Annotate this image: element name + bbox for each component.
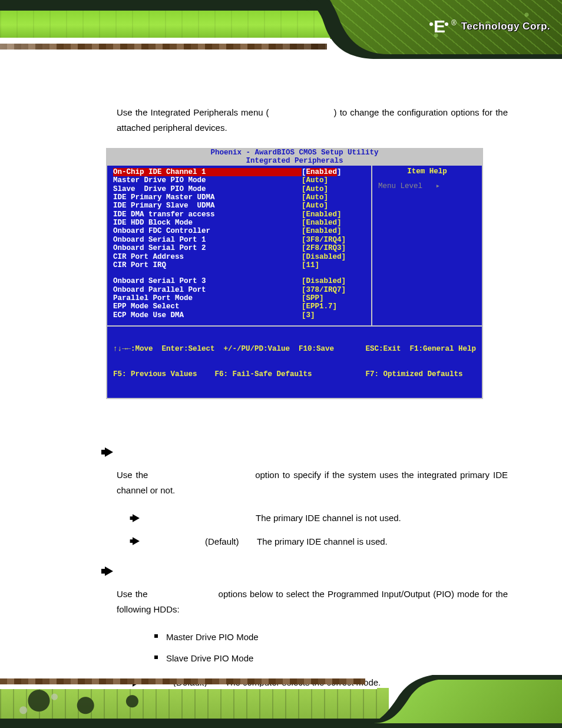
bios-setting-label: IDE HDD Block Mode — [113, 219, 302, 227]
footer-divider — [0, 687, 377, 689]
bios-footer: ↑↓→←:Move Enter:Select +/-/PU/PD:Value F… — [106, 327, 483, 399]
header-green-strip — [0, 11, 353, 39]
bios-setting-row: IDE Primary Master UDMA[Auto] — [113, 193, 366, 202]
bios-setting-row: IDE DMA transfer access[Enabled] — [113, 210, 366, 219]
bios-setting-value: [3] — [302, 311, 366, 319]
bios-setting-row: Onboard Serial Port 2[2F8/IRQ3] — [113, 244, 366, 252]
bios-setting-value: [2F8/IRQ3] — [302, 244, 366, 252]
bios-setting-value: [EPP1.7] — [302, 302, 366, 311]
header-banner: E ® Technology Corp. — [0, 0, 562, 59]
bios-setting-row: Master Drive PIO Mode[Auto] — [113, 176, 366, 185]
pio-mode-list: Master Drive PIO Mode Slave Drive PIO Mo… — [154, 630, 508, 666]
bios-setting-value: [Enabled] — [302, 227, 366, 235]
section-arrow-icon — [105, 447, 508, 457]
option-description: The primary IDE channel is not used. — [256, 510, 508, 526]
footer-curve — [350, 675, 562, 728]
bios-setting-value: [SPP] — [302, 294, 366, 302]
bios-setting-label: IDE DMA transfer access — [113, 210, 302, 219]
bios-setting-label: On-Chip IDE Channel 1 — [113, 168, 302, 176]
header-dark-strip — [0, 0, 353, 11]
bios-setting-value: [Enabled] — [302, 210, 366, 219]
brand-text: Technology Corp. — [461, 21, 550, 32]
bios-setting-label: CIR Port Address — [113, 253, 302, 261]
bios-setting-label: Onboard FDC Controller — [113, 227, 302, 235]
bios-setting-row: EPP Mode Select[EPP1.7] — [113, 302, 366, 311]
bios-setting-value: [Enabled] — [302, 219, 366, 227]
bios-setting-value: [Auto] — [302, 176, 366, 185]
bios-setting-row: Onboard Serial Port 1[3F8/IRQ4] — [113, 236, 366, 244]
option-arrow-icon — [133, 514, 140, 522]
bios-setting-value: [3F8/IRQ4] — [302, 236, 366, 244]
bios-setting-label: Parallel Port Mode — [113, 294, 302, 302]
header-connector-bar — [0, 44, 327, 50]
option-row-enabled: (Default) The primary IDE channel is use… — [132, 534, 508, 549]
bios-setting-row: Slave Drive PIO Mode[Auto] — [113, 185, 366, 193]
menu-level-arrow-icon: ▸ — [436, 182, 441, 190]
bios-setting-row: Parallel Port Mode[SPP] — [113, 294, 366, 302]
footer-banner — [0, 675, 562, 728]
section-on-chip-ide: Use the option to specify if the system … — [117, 447, 508, 549]
bios-setting-row: Onboard Serial Port 3[Disabled] — [113, 277, 366, 285]
bios-setting-label: Onboard Serial Port 1 — [113, 236, 302, 244]
bios-setting-label: Onboard Serial Port 2 — [113, 244, 302, 252]
section-body: Use the option to specify if the system … — [117, 467, 508, 498]
bios-setting-value: [Auto] — [302, 202, 366, 210]
option-description: The primary IDE channel is used. — [257, 534, 508, 549]
section-body: Use the options below to select the Prog… — [117, 587, 508, 617]
bios-setting-row: IDE HDD Block Mode[Enabled] — [113, 219, 366, 227]
bios-setting-row: CIR Port IRQ[11] — [113, 261, 366, 269]
bios-help-body: Menu Level ▸ — [372, 177, 482, 195]
page-content: Use the Integrated Peripherals menu () t… — [0, 59, 562, 690]
list-item: Master Drive PIO Mode — [154, 630, 508, 645]
bios-help-pane: Item Help Menu Level ▸ — [371, 166, 482, 325]
header-divider — [0, 38, 330, 40]
bios-settings-pane: On-Chip IDE Channel 1[Enabled]Master Dri… — [107, 166, 371, 325]
bios-setting-row: Onboard FDC Controller[Enabled] — [113, 227, 366, 235]
bios-setting-label: Onboard Parallel Port — [113, 286, 302, 294]
footer-green-strip — [0, 688, 389, 720]
bios-setting-label: IDE Primary Slave UDMA — [113, 202, 302, 210]
bios-setting-value: [Disabled] — [302, 277, 366, 285]
footer-connector-bar — [0, 678, 365, 684]
section-drive-pio-mode: Use the options below to select the Prog… — [117, 566, 508, 690]
intro-paragraph: Use the Integrated Peripherals menu () t… — [117, 105, 508, 135]
bios-setting-label: ECP Mode Use DMA — [113, 311, 302, 319]
registered-icon: ® — [451, 19, 457, 27]
section-arrow-icon — [105, 566, 508, 576]
brand-logo: E ® Technology Corp. — [429, 17, 550, 37]
bios-setting-row: ECP Mode Use DMA[3] — [113, 311, 366, 319]
bios-setting-value: [Disabled] — [302, 253, 366, 261]
brand-mark: E — [429, 17, 449, 37]
bios-setting-value: [378/IRQ7] — [302, 286, 366, 294]
bios-setting-row: CIR Port Address[Disabled] — [113, 253, 366, 261]
bios-setting-label: EPP Mode Select — [113, 302, 302, 311]
bios-setting-value: [Auto] — [302, 185, 366, 193]
bios-screenshot: Phoenix - AwardBIOS CMOS Setup Utility I… — [106, 148, 483, 399]
bios-setting-value: [Enabled] — [302, 168, 366, 176]
option-arrow-icon — [133, 538, 140, 546]
bios-setting-row: IDE Primary Slave UDMA[Auto] — [113, 202, 366, 210]
bios-setting-label: Master Drive PIO Mode — [113, 176, 302, 185]
bios-help-heading: Item Help — [372, 166, 482, 177]
bios-setting-value: [11] — [302, 261, 366, 269]
bios-setting-row: On-Chip IDE Channel 1[Enabled] — [113, 168, 366, 176]
list-item: Slave Drive PIO Mode — [154, 651, 508, 666]
bios-setting-label: Slave Drive PIO Mode — [113, 185, 302, 193]
option-default-marker: (Default) — [205, 534, 257, 549]
option-row-disabled: The primary IDE channel is not used. — [132, 510, 508, 526]
bios-setting-label: Onboard Serial Port 3 — [113, 277, 302, 285]
bios-setting-label: IDE Primary Master UDMA — [113, 193, 302, 202]
bios-setting-value: [Auto] — [302, 193, 366, 202]
bios-setting-row: Onboard Parallel Port[378/IRQ7] — [113, 286, 366, 294]
bios-setting-label: CIR Port IRQ — [113, 261, 302, 269]
bios-title: Phoenix - AwardBIOS CMOS Setup Utility I… — [106, 148, 483, 166]
